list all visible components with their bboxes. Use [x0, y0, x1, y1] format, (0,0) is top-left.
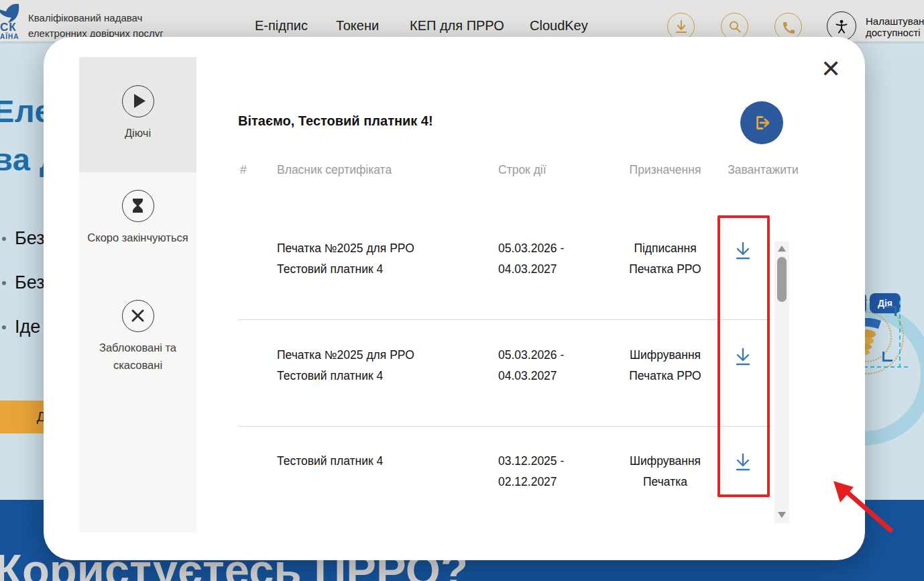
close-icon[interactable]: ✕	[816, 54, 846, 84]
greeting-text: Вітаємо, Тестовий платник 4!	[238, 113, 433, 129]
accessibility-label[interactable]: Налаштування доступності	[866, 15, 924, 38]
column-header-download: Завантажити	[722, 163, 804, 177]
sidebar-item-label: Скоро закінчуються	[87, 229, 189, 246]
header-tagline-line1: Кваліфікований надавач	[28, 12, 142, 23]
sidebar-item-label: Заблоковані та скасовані	[87, 339, 189, 374]
decorative-dashed-line-vertical	[899, 301, 901, 368]
logout-button[interactable]	[740, 101, 783, 144]
table-row-owner: Печатка №2025 для РРО Тестовий платник 4	[277, 345, 414, 386]
scrollbar-up-arrow[interactable]	[778, 246, 786, 252]
scrollbar-down-arrow[interactable]	[778, 512, 786, 518]
download-icon[interactable]	[667, 13, 695, 40]
table-row-owner: Тестовий платник 4	[277, 451, 383, 472]
decorative-dashed-line-horizontal	[864, 366, 908, 368]
logout-icon	[750, 111, 773, 134]
search-icon[interactable]	[721, 13, 748, 40]
table-row-validity: 03.12.2025 - 02.12.2027	[498, 451, 564, 492]
logo-text-line1[interactable]: СК	[0, 21, 17, 34]
sidebar-item-blocked-revoked[interactable]: Заблоковані та скасовані	[79, 286, 196, 401]
row-divider	[238, 319, 771, 320]
table-row-owner: Печатка №2025 для РРО Тестовий платник 4	[277, 238, 414, 280]
modal-sidebar: Діючі Скоро закінчуються Заблоковані	[79, 57, 196, 532]
decorative-corner-bracket-top	[886, 306, 897, 316]
decorative-corner-bracket-bottom	[882, 352, 892, 362]
scrollbar-thumb[interactable]	[777, 257, 787, 302]
nav-item-tokens[interactable]: Токени	[336, 18, 379, 34]
column-header-owner: Власник сертифіката	[277, 163, 392, 177]
column-header-purpose: Призначення	[605, 163, 725, 177]
cancel-icon	[122, 300, 154, 332]
page: Еле ва д Без Без Іде Дет Дія Користуєтес…	[0, 0, 924, 581]
hero-bullet-3: Іде	[15, 317, 40, 337]
download-certificate-button[interactable]	[727, 447, 759, 479]
phone-icon[interactable]	[774, 13, 802, 40]
sidebar-item-expiring-soon[interactable]: Скоро закінчуються	[79, 172, 196, 286]
column-header-validity: Строк дії	[498, 163, 546, 177]
download-icon	[732, 346, 754, 370]
table-row-validity: 05.03.2026 - 04.03.2027	[498, 345, 564, 386]
download-certificate-button[interactable]	[727, 235, 759, 268]
site-header: СК АЇНА Кваліфікований надавач електронн…	[0, 0, 924, 42]
nav-item-e-signature[interactable]: Е-підпис	[255, 18, 308, 34]
column-header-number: #	[240, 163, 247, 177]
hero-bullet-2: Без	[15, 272, 45, 293]
row-divider	[238, 426, 771, 427]
download-icon	[732, 240, 754, 264]
nav-item-kep-prro[interactable]: КЕП для ПРРО	[410, 18, 504, 34]
table-row-purpose: Шифрування Печатка РРО	[605, 345, 725, 386]
download-certificate-button[interactable]	[727, 341, 759, 374]
nav-item-cloudkey[interactable]: CloudKey	[530, 18, 588, 34]
hourglass-icon	[122, 190, 154, 222]
certificates-modal: ✕ Діючі Скоро закінчуються	[44, 37, 865, 560]
table-row-purpose: Шифрування Печатка	[605, 451, 725, 492]
table-row-validity: 05.03.2026 - 04.03.2027	[498, 238, 564, 280]
logo-text-line2[interactable]: АЇНА	[0, 33, 19, 40]
sidebar-item-label: Діючі	[87, 124, 189, 142]
table-row-purpose: Підписання Печатка РРО	[605, 238, 725, 280]
download-icon	[732, 451, 754, 475]
play-icon	[122, 85, 154, 117]
hero-bullet-1: Без	[15, 228, 45, 249]
sidebar-item-active-certs[interactable]: Діючі	[79, 57, 196, 172]
